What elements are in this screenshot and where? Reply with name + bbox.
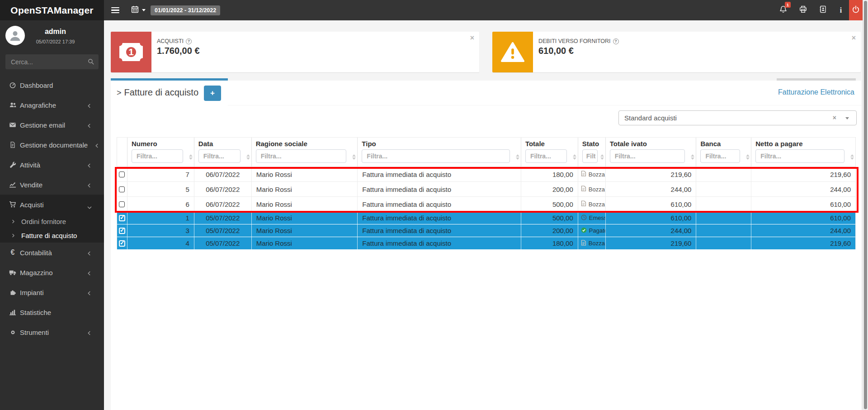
sort-icons[interactable] (516, 154, 519, 160)
sidebar-item-contabilita[interactable]: € Contabilità (0, 243, 104, 262)
file-icon (581, 186, 586, 193)
date-range-badge[interactable]: 01/01/2022 - 31/12/2022 (151, 5, 220, 15)
sort-icons[interactable] (352, 154, 356, 160)
print-button[interactable] (793, 0, 813, 20)
sidebar-item-acquisti[interactable]: Acquisti (0, 195, 104, 215)
table-row[interactable]: 5 06/07/2022 Mario Rossi Fattura immedia… (117, 182, 855, 197)
cell-totale-ivato: 219,60 (605, 167, 696, 181)
header-totale-ivato[interactable]: Totale ivato (605, 138, 696, 167)
cell-totale: 500,00 (521, 212, 578, 224)
chevron-right-icon (12, 233, 15, 238)
sidebar-item-attivita[interactable]: Attività (0, 155, 104, 175)
close-icon[interactable]: × (470, 35, 474, 41)
sidebar-item-impianti[interactable]: Impianti (0, 282, 104, 302)
sort-icons[interactable] (746, 154, 750, 160)
cell-tipo: Fattura immediata di acquisto (357, 197, 521, 211)
sidebar-item-ordini-fornitore[interactable]: Ordini fornitore (0, 215, 104, 229)
scrollbar-thumb[interactable] (864, 1, 867, 409)
sidebar-item-dashboard[interactable]: Dashboard (0, 75, 104, 95)
table-body: 7 06/07/2022 Mario Rossi Fattura immedia… (117, 167, 855, 249)
module-title[interactable]: >Fatture di acquisto (117, 87, 198, 98)
search-input[interactable] (5, 54, 99, 69)
filter-input-tipo[interactable] (362, 149, 510, 163)
help-icon[interactable]: ? (613, 38, 619, 44)
sidebar-item-strumenti[interactable]: Strumenti (0, 322, 104, 342)
calendar-icon (131, 5, 139, 15)
filter-select[interactable]: Standard acquisti × (618, 110, 857, 125)
sort-icons[interactable] (600, 154, 604, 160)
filter-input-data[interactable] (198, 149, 241, 163)
sidebar-item-gestione-documentale[interactable]: Gestione documentale (0, 135, 104, 155)
header-tipo[interactable]: Tipo (357, 138, 521, 167)
row-checkbox[interactable] (117, 167, 127, 181)
info-button[interactable]: i (833, 0, 849, 20)
row-checkbox[interactable] (117, 182, 127, 196)
puzzle-icon (7, 289, 18, 296)
logout-button[interactable] (849, 0, 863, 20)
tachometer-icon (7, 81, 18, 89)
sidebar-menu: Dashboard Anagrafiche Gestione email Ges… (0, 75, 104, 342)
cell-banca (696, 224, 751, 237)
header-numero[interactable]: Numero (127, 138, 194, 167)
notifications-button[interactable]: 1 (773, 0, 793, 20)
table-row[interactable]: 7 06/07/2022 Mario Rossi Fattura immedia… (117, 167, 855, 182)
sort-icons[interactable] (850, 154, 854, 160)
help-icon[interactable]: ? (186, 38, 192, 44)
row-checkbox[interactable] (117, 224, 127, 237)
header-totale[interactable]: Totale (521, 138, 578, 167)
filter-input-numero[interactable] (132, 149, 183, 163)
cell-netto: 610,00 (751, 197, 855, 211)
page-scrollbar[interactable] (863, 0, 868, 410)
add-button[interactable]: + (204, 86, 221, 101)
filter-input-totale[interactable] (525, 149, 567, 163)
cell-totale: 200,00 (521, 224, 578, 237)
sidebar-item-statistiche[interactable]: Statistiche (0, 302, 104, 322)
sort-icons[interactable] (189, 154, 193, 160)
chevron-left-icon (87, 122, 91, 130)
clear-icon[interactable]: × (833, 114, 836, 121)
cell-ragione-sociale: Mario Rossi (251, 224, 358, 237)
filter-input-stato[interactable] (582, 149, 598, 163)
fatturazione-elettronica-link[interactable]: Fatturazione Elettronica (778, 88, 854, 96)
header-checkbox-column (117, 138, 127, 167)
sidebar-item-fatture-di-acquisto[interactable]: Fatture di acquisto (0, 229, 104, 243)
cell-data: 06/07/2022 (194, 167, 251, 181)
header-ragione-sociale[interactable]: Ragione sociale (251, 138, 358, 167)
row-checkbox[interactable] (117, 237, 127, 249)
cell-numero: 1 (127, 212, 194, 224)
row-checkbox[interactable] (117, 212, 127, 224)
header-banca[interactable]: Banca (696, 138, 751, 167)
filter-input-netto-a-pagare[interactable] (755, 149, 844, 163)
sidebar-item-gestione-email[interactable]: Gestione email (0, 115, 104, 135)
cell-totale: 180,00 (521, 237, 578, 249)
header-netto-a-pagare[interactable]: Netto a pagare (751, 138, 855, 167)
sort-icons[interactable] (573, 154, 576, 160)
search-icon[interactable] (88, 58, 94, 67)
cell-ragione-sociale: Mario Rossi (251, 212, 358, 224)
user-name: admin (25, 28, 86, 36)
header-data[interactable]: Data (194, 138, 251, 167)
filter-input-ragione-sociale[interactable] (256, 149, 347, 163)
hamburger-menu-icon[interactable] (111, 7, 119, 14)
sidebar-item-anagrafiche[interactable]: Anagrafiche (0, 95, 104, 115)
caret-down-icon[interactable] (845, 117, 849, 119)
table-row-selected[interactable]: 4 05/07/2022 Mario Rossi Fattura immedia… (117, 237, 855, 249)
sort-icons[interactable] (246, 154, 250, 160)
docs-button[interactable] (813, 0, 833, 20)
row-checkbox[interactable] (117, 197, 127, 211)
sidebar-item-vendite[interactable]: Vendite (0, 175, 104, 195)
table-row-selected[interactable]: 3 05/07/2022 Mario Rossi Fattura immedia… (117, 224, 855, 237)
sort-icons[interactable] (691, 154, 694, 160)
table-row-selected[interactable]: 1 05/07/2022 Mario Rossi Fattura immedia… (117, 212, 855, 224)
header-stato[interactable]: Stato (578, 138, 605, 167)
sidebar-item-magazzino[interactable]: Magazzino (0, 262, 104, 282)
table-row[interactable]: 6 06/07/2022 Mario Rossi Fattura immedia… (117, 197, 855, 212)
cell-numero: 7 (127, 167, 194, 181)
cell-stato: Bozza (578, 182, 605, 196)
calendar-dropdown[interactable] (131, 5, 146, 15)
wrench-icon (7, 162, 18, 168)
filter-input-banca[interactable] (700, 149, 740, 163)
close-icon[interactable]: × (852, 35, 856, 41)
app-logo[interactable]: OpenSTAManager (0, 0, 104, 20)
filter-input-totale-ivato[interactable] (610, 149, 685, 163)
